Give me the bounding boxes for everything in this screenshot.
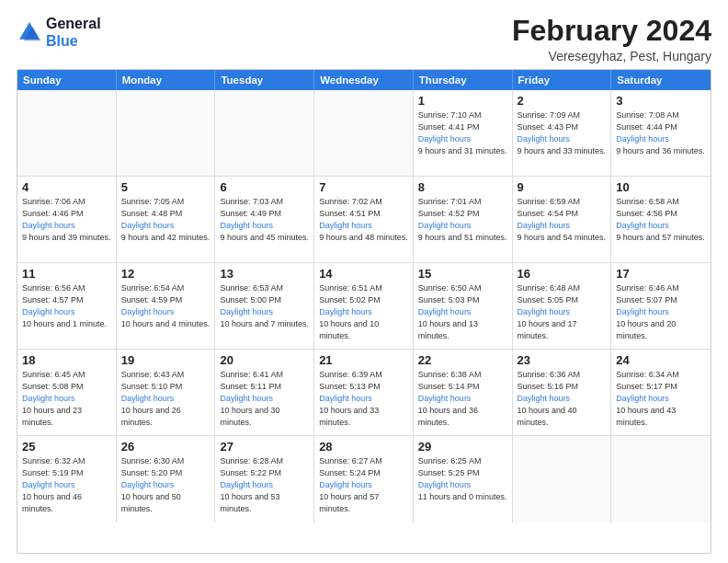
day-number: 12: [121, 267, 210, 281]
logo-icon: [17, 19, 42, 45]
calendar-day-cell: 6Sunrise: 7:03 AMSunset: 4:49 PMDaylight…: [215, 177, 314, 262]
day-of-week-wednesday: Wednesday: [314, 70, 414, 90]
calendar-day-cell: 16Sunrise: 6:48 AMSunset: 5:05 PMDayligh…: [513, 263, 612, 349]
day-info: Sunrise: 6:34 AMSunset: 5:17 PMDaylight …: [616, 369, 706, 429]
day-info: Sunrise: 6:45 AMSunset: 5:08 PMDaylight …: [22, 369, 111, 429]
day-of-week-friday: Friday: [513, 70, 612, 90]
calendar-day-cell: 22Sunrise: 6:38 AMSunset: 5:14 PMDayligh…: [414, 350, 513, 435]
title-block: February 2024 Veresegyhaz, Pest, Hungary: [512, 15, 711, 63]
calendar-day-cell: 15Sunrise: 6:50 AMSunset: 5:03 PMDayligh…: [414, 263, 513, 349]
calendar-day-cell: 20Sunrise: 6:41 AMSunset: 5:11 PMDayligh…: [215, 350, 314, 435]
calendar-day-cell: [611, 436, 711, 523]
calendar-day-cell: 5Sunrise: 7:05 AMSunset: 4:48 PMDaylight…: [117, 177, 216, 262]
logo-text: General Blue: [46, 15, 101, 50]
calendar-week-5: 25Sunrise: 6:32 AMSunset: 5:19 PMDayligh…: [17, 436, 711, 523]
calendar-day-cell: 7Sunrise: 7:02 AMSunset: 4:51 PMDaylight…: [314, 177, 414, 262]
day-info: Sunrise: 6:48 AMSunset: 5:05 PMDaylight …: [518, 282, 607, 342]
calendar-day-cell: 23Sunrise: 6:36 AMSunset: 5:16 PMDayligh…: [513, 350, 612, 435]
day-info: Sunrise: 6:25 AMSunset: 5:25 PMDaylight …: [418, 455, 507, 503]
calendar-day-cell: 10Sunrise: 6:58 AMSunset: 4:56 PMDayligh…: [611, 177, 711, 262]
calendar-header: SundayMondayTuesdayWednesdayThursdayFrid…: [17, 70, 711, 90]
calendar-day-cell: 28Sunrise: 6:27 AMSunset: 5:24 PMDayligh…: [314, 436, 414, 523]
day-info: Sunrise: 6:27 AMSunset: 5:24 PMDaylight …: [319, 455, 408, 515]
calendar-day-cell: 29Sunrise: 6:25 AMSunset: 5:25 PMDayligh…: [414, 436, 513, 523]
calendar-day-cell: 24Sunrise: 6:34 AMSunset: 5:17 PMDayligh…: [611, 350, 711, 435]
day-info: Sunrise: 7:05 AMSunset: 4:48 PMDaylight …: [121, 196, 210, 244]
day-number: 22: [418, 353, 507, 367]
day-info: Sunrise: 7:02 AMSunset: 4:51 PMDaylight …: [319, 196, 408, 244]
calendar-day-cell: [215, 90, 314, 176]
day-of-week-thursday: Thursday: [414, 70, 513, 90]
day-info: Sunrise: 6:50 AMSunset: 5:03 PMDaylight …: [418, 282, 507, 342]
day-info: Sunrise: 6:54 AMSunset: 4:59 PMDaylight …: [121, 282, 210, 330]
day-number: 2: [518, 94, 607, 108]
day-info: Sunrise: 7:03 AMSunset: 4:49 PMDaylight …: [220, 196, 309, 244]
day-number: 24: [616, 353, 706, 367]
calendar-day-cell: 3Sunrise: 7:08 AMSunset: 4:44 PMDaylight…: [611, 90, 711, 176]
day-number: 26: [121, 440, 210, 454]
day-info: Sunrise: 7:10 AMSunset: 4:41 PMDaylight …: [418, 109, 507, 157]
calendar-day-cell: 14Sunrise: 6:51 AMSunset: 5:02 PMDayligh…: [314, 263, 414, 349]
day-number: 27: [220, 440, 309, 454]
calendar-day-cell: 4Sunrise: 7:06 AMSunset: 4:46 PMDaylight…: [17, 177, 117, 262]
calendar-day-cell: 26Sunrise: 6:30 AMSunset: 5:20 PMDayligh…: [117, 436, 216, 523]
calendar-day-cell: 13Sunrise: 6:53 AMSunset: 5:00 PMDayligh…: [215, 263, 314, 349]
day-number: 20: [220, 353, 309, 367]
logo: General Blue: [17, 15, 101, 50]
day-info: Sunrise: 6:51 AMSunset: 5:02 PMDaylight …: [319, 282, 408, 342]
day-number: 8: [418, 180, 507, 194]
day-of-week-monday: Monday: [117, 70, 216, 90]
day-info: Sunrise: 6:32 AMSunset: 5:19 PMDaylight …: [22, 455, 111, 515]
day-info: Sunrise: 7:01 AMSunset: 4:52 PMDaylight …: [418, 196, 507, 244]
calendar-day-cell: [314, 90, 414, 176]
day-info: Sunrise: 7:08 AMSunset: 4:44 PMDaylight …: [616, 109, 706, 157]
day-info: Sunrise: 6:59 AMSunset: 4:54 PMDaylight …: [518, 196, 607, 244]
day-number: 9: [518, 180, 607, 194]
day-of-week-saturday: Saturday: [611, 70, 711, 90]
calendar-week-1: 1Sunrise: 7:10 AMSunset: 4:41 PMDaylight…: [17, 90, 711, 177]
day-info: Sunrise: 6:41 AMSunset: 5:11 PMDaylight …: [220, 369, 309, 429]
day-info: Sunrise: 6:58 AMSunset: 4:56 PMDaylight …: [616, 196, 706, 244]
header: General Blue February 2024 Veresegyhaz, …: [17, 15, 711, 63]
day-info: Sunrise: 6:39 AMSunset: 5:13 PMDaylight …: [319, 369, 408, 429]
calendar-day-cell: 11Sunrise: 6:56 AMSunset: 4:57 PMDayligh…: [17, 263, 117, 349]
day-info: Sunrise: 6:43 AMSunset: 5:10 PMDaylight …: [121, 369, 210, 429]
day-info: Sunrise: 7:06 AMSunset: 4:46 PMDaylight …: [22, 196, 111, 244]
day-of-week-sunday: Sunday: [17, 70, 117, 90]
calendar: SundayMondayTuesdayWednesdayThursdayFrid…: [17, 69, 711, 554]
day-info: Sunrise: 6:28 AMSunset: 5:22 PMDaylight …: [220, 455, 309, 515]
day-info: Sunrise: 6:36 AMSunset: 5:16 PMDaylight …: [518, 369, 607, 429]
calendar-day-cell: 21Sunrise: 6:39 AMSunset: 5:13 PMDayligh…: [314, 350, 414, 435]
calendar-day-cell: [513, 436, 612, 523]
calendar-title: February 2024: [512, 15, 711, 47]
calendar-week-3: 11Sunrise: 6:56 AMSunset: 4:57 PMDayligh…: [17, 263, 711, 350]
day-number: 5: [121, 180, 210, 194]
day-number: 28: [319, 440, 408, 454]
calendar-day-cell: 27Sunrise: 6:28 AMSunset: 5:22 PMDayligh…: [215, 436, 314, 523]
day-number: 7: [319, 180, 408, 194]
day-number: 19: [121, 353, 210, 367]
day-number: 3: [616, 94, 706, 108]
day-number: 29: [418, 440, 507, 454]
day-info: Sunrise: 6:53 AMSunset: 5:00 PMDaylight …: [220, 282, 309, 330]
day-number: 11: [22, 267, 111, 281]
day-of-week-tuesday: Tuesday: [215, 70, 314, 90]
day-info: Sunrise: 6:38 AMSunset: 5:14 PMDaylight …: [418, 369, 507, 429]
calendar-day-cell: 2Sunrise: 7:09 AMSunset: 4:43 PMDaylight…: [513, 90, 612, 176]
day-number: 4: [22, 180, 111, 194]
calendar-week-4: 18Sunrise: 6:45 AMSunset: 5:08 PMDayligh…: [17, 350, 711, 436]
day-number: 23: [518, 353, 607, 367]
calendar-day-cell: 9Sunrise: 6:59 AMSunset: 4:54 PMDaylight…: [513, 177, 612, 262]
calendar-day-cell: 19Sunrise: 6:43 AMSunset: 5:10 PMDayligh…: [117, 350, 216, 435]
day-number: 16: [518, 267, 607, 281]
calendar-day-cell: 8Sunrise: 7:01 AMSunset: 4:52 PMDaylight…: [414, 177, 513, 262]
calendar-day-cell: [17, 90, 117, 176]
calendar-day-cell: 18Sunrise: 6:45 AMSunset: 5:08 PMDayligh…: [17, 350, 117, 435]
day-info: Sunrise: 7:09 AMSunset: 4:43 PMDaylight …: [518, 109, 607, 157]
calendar-day-cell: [117, 90, 216, 176]
day-number: 18: [22, 353, 111, 367]
day-info: Sunrise: 6:46 AMSunset: 5:07 PMDaylight …: [616, 282, 706, 342]
day-number: 6: [220, 180, 309, 194]
calendar-day-cell: 17Sunrise: 6:46 AMSunset: 5:07 PMDayligh…: [611, 263, 711, 349]
day-number: 25: [22, 440, 111, 454]
